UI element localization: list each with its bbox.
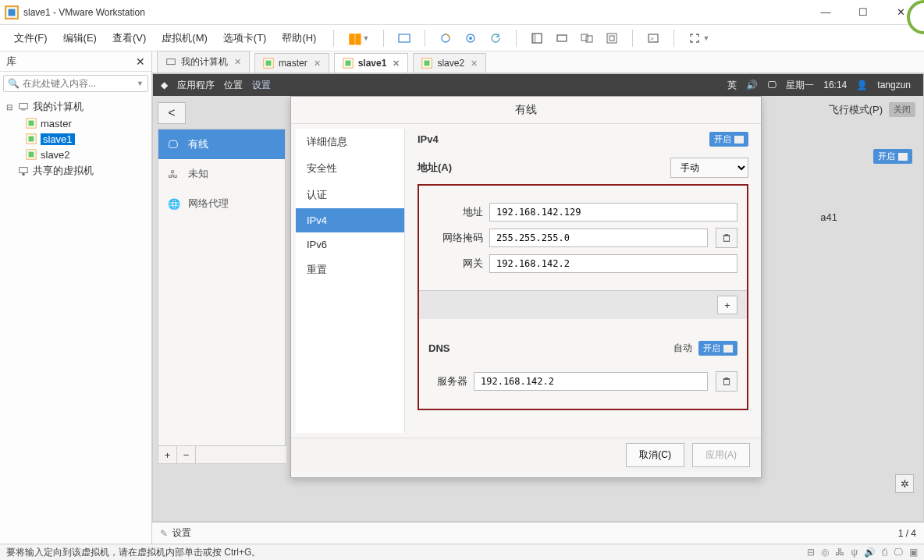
svg-rect-12 — [609, 36, 614, 41]
library-title: 库 — [6, 55, 16, 69]
console-button[interactable]: >_ — [642, 30, 664, 46]
window-titlebar: slave1 - VMware Workstation — ☐ ✕ — [0, 0, 924, 25]
guest-desktop[interactable]: ◆ 应用程序 位置 设置 英 🔊 🖵 星期一 16:14 👤 tangzun < — [152, 73, 924, 522]
pause-vm-button[interactable]: ▮▮▼ — [343, 28, 374, 48]
ipv4-gateway-input[interactable] — [489, 254, 737, 273]
gnome-volume-icon[interactable]: 🔊 — [746, 80, 758, 90]
snapshot-manager-button[interactable] — [460, 30, 482, 46]
menu-file[interactable]: 文件(F) — [8, 28, 54, 48]
tree-shared-vms[interactable]: 共享的虚拟机 — [2, 162, 150, 179]
network-unknown[interactable]: 🖧未知 — [158, 159, 285, 189]
network-gear-button[interactable]: ✲ — [895, 474, 914, 493]
gnome-ime[interactable]: 英 — [727, 79, 737, 92]
gnome-user-icon[interactable]: 👤 — [856, 80, 868, 90]
status-sound-icon[interactable]: 🔊 — [864, 547, 876, 558]
library-close-icon[interactable]: ✕ — [136, 55, 145, 68]
ipv4-netmask-input[interactable] — [489, 229, 708, 247]
ipv4-heading: IPv4 — [418, 133, 709, 145]
side-ipv4[interactable]: IPv4 — [296, 208, 404, 232]
status-usb-icon[interactable]: ψ — [851, 547, 858, 558]
menu-tabs[interactable]: 选项卡(T) — [217, 28, 273, 48]
add-address-button[interactable]: + — [717, 296, 737, 314]
svg-rect-1 — [9, 9, 16, 16]
gnome-settings[interactable]: 设置 — [252, 79, 271, 92]
tab-close-icon[interactable]: ✕ — [471, 58, 478, 69]
cancel-button[interactable]: 取消(C) — [626, 443, 684, 467]
side-auth[interactable]: 认证 — [296, 182, 404, 208]
gear-icon: ✎ — [160, 528, 168, 539]
gnome-places[interactable]: 位置 — [224, 79, 243, 92]
svg-text:>_: >_ — [650, 35, 658, 42]
status-disk-icon[interactable]: ⊟ — [807, 547, 815, 558]
vm-tab-master[interactable]: master ✕ — [254, 53, 329, 73]
dns-server-input[interactable] — [474, 372, 708, 391]
back-button[interactable]: < — [158, 102, 186, 124]
send-ctrl-alt-del-button[interactable] — [393, 30, 415, 46]
vm-icon — [26, 149, 37, 160]
dialog-sidebar: 详细信息 安全性 认证 IPv4 IPv6 重置 — [296, 129, 405, 433]
status-display-icon[interactable]: 🖵 — [894, 547, 903, 558]
unity-button[interactable] — [551, 30, 573, 46]
gnome-activities-icon[interactable]: ◆ — [161, 80, 168, 90]
gnome-user[interactable]: tangzun — [877, 80, 911, 90]
status-more-icon[interactable]: ▣ — [909, 547, 918, 558]
vm-tab-home[interactable]: 我的计算机 ✕ — [157, 51, 250, 73]
search-dropdown-icon[interactable]: ▼ — [137, 80, 144, 87]
side-reset[interactable]: 重置 — [296, 257, 404, 283]
tree-vm-slave2[interactable]: slave2 — [2, 147, 150, 162]
fullscreen-button[interactable] — [526, 30, 548, 46]
dns-auto-toggle[interactable]: 开启 — [698, 341, 737, 356]
snapshot-button[interactable] — [435, 30, 457, 46]
network-wired[interactable]: 🖵有线 — [158, 129, 285, 159]
side-ipv6[interactable]: IPv6 — [296, 232, 404, 257]
gnome-monitor-icon[interactable]: 🖵 — [767, 80, 777, 90]
side-details[interactable]: 详细信息 — [296, 129, 404, 155]
net-add-button[interactable]: + — [158, 446, 177, 463]
ipv4-address-input[interactable] — [489, 203, 737, 222]
network-proxy[interactable]: 🌐网络代理 — [158, 189, 285, 218]
dialog-title: 有线 — [291, 97, 761, 124]
status-printer-icon[interactable]: ⎙ — [882, 547, 887, 558]
tab-close-icon[interactable]: ✕ — [393, 58, 400, 69]
menu-edit[interactable]: 编辑(E) — [57, 28, 103, 48]
minimize-button[interactable]: — — [815, 5, 837, 20]
tree-vm-slave1[interactable]: slave1 — [2, 131, 150, 147]
bottom-settings-row: ✎ 设置 1 / 4 — [152, 522, 924, 544]
gnome-top-bar: ◆ 应用程序 位置 设置 英 🔊 🖵 星期一 16:14 👤 tangzun — [153, 74, 923, 96]
side-security[interactable]: 安全性 — [296, 155, 404, 182]
apply-button[interactable]: 应用(A) — [692, 443, 750, 467]
svg-rect-10 — [586, 36, 592, 42]
maximize-button[interactable]: ☐ — [852, 5, 874, 20]
gnome-time[interactable]: 16:14 — [823, 80, 847, 90]
dnsto-label: 自动 — [673, 342, 692, 355]
net-remove-button[interactable]: − — [177, 446, 196, 463]
revert-snapshot-button[interactable] — [485, 30, 506, 46]
stretch-button[interactable] — [601, 30, 623, 46]
bottom-settings-label[interactable]: 设置 — [172, 526, 191, 540]
delete-address-button[interactable] — [716, 228, 737, 248]
vm-tab-slave1[interactable]: slave1 ✕ — [334, 53, 409, 73]
delete-dns-button[interactable] — [716, 371, 737, 392]
tab-close-icon[interactable]: ✕ — [314, 58, 321, 69]
tree-vm-master[interactable]: master — [2, 115, 150, 131]
ipv4-method-select[interactable]: 手动 — [670, 158, 748, 178]
status-cd-icon[interactable]: ◎ — [821, 547, 829, 558]
ipv4-toggle[interactable]: 开启 — [709, 132, 748, 147]
autofit-button[interactable]: ▼ — [684, 30, 714, 46]
airplane-toggle[interactable]: 关闭 — [889, 102, 915, 117]
menu-vm[interactable]: 虚拟机(M) — [155, 28, 214, 48]
vm-tab-slave2[interactable]: slave2 ✕ — [413, 53, 486, 73]
status-net-icon[interactable]: 🖧 — [835, 547, 844, 558]
multi-monitor-button[interactable] — [576, 30, 598, 46]
gnome-applications[interactable]: 应用程序 — [177, 79, 215, 92]
library-search-input[interactable] — [3, 75, 148, 92]
gnome-day[interactable]: 星期一 — [786, 79, 814, 92]
tree-root-my-computer[interactable]: ⊟ 我的计算机 — [2, 98, 150, 115]
menu-help[interactable]: 帮助(H) — [275, 28, 322, 48]
addr-label: 地址 — [428, 205, 483, 219]
svg-rect-29 — [345, 61, 350, 66]
menu-view[interactable]: 查看(V) — [106, 28, 152, 48]
tab-close-icon[interactable]: ✕ — [234, 57, 241, 67]
svg-rect-2 — [399, 34, 410, 42]
ethernet-toggle[interactable]: 开启 — [873, 149, 912, 164]
